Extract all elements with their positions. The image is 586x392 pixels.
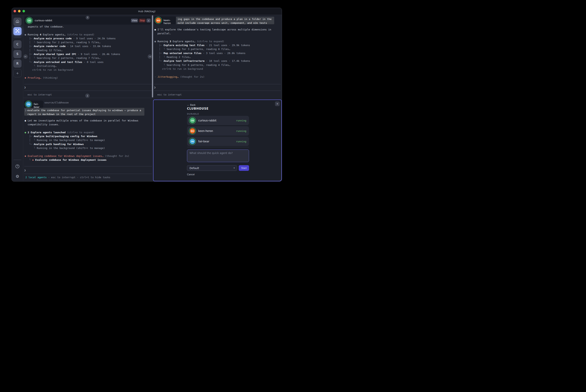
sidebar-divider xyxy=(14,160,21,160)
terminal-segment: · 10 tool uses · 17.4k tokens xyxy=(204,60,250,62)
terminal-line xyxy=(25,150,150,154)
prompt-caret: ❯ xyxy=(24,169,26,172)
quick-agent-input[interactable] xyxy=(187,150,249,162)
user-prompt: ing gaps in the codebase and produce a p… xyxy=(176,17,274,24)
agent-status-badge: running xyxy=(236,140,246,143)
divider xyxy=(187,147,249,147)
terminal-segment: ▪ xyxy=(32,158,35,161)
terminal-segment: ├─ xyxy=(25,37,34,40)
user-prompt-line: evaluate the codebase for potential issu… xyxy=(27,108,141,112)
prompt-line[interactable]: ❯ xyxy=(154,86,156,89)
terminal-segment: · 9 tool uses · 24.5k tokens xyxy=(72,37,116,40)
start-button[interactable]: Start xyxy=(239,165,249,171)
terminal-segment: Analyze test infrastructure xyxy=(164,60,204,62)
terminal-segment: ctrl+b to run in background xyxy=(155,68,203,70)
terminal-output: ● I'll explore the codebase's testing la… xyxy=(155,28,280,79)
settings-button[interactable]: ⚙ xyxy=(13,174,22,179)
sidebar-item-s[interactable]: S xyxy=(13,50,22,58)
scroll-down-button[interactable]: ↓ xyxy=(85,94,90,98)
pane-divider-vertical xyxy=(153,15,154,98)
terminal-line: ● Running 4 Explore agents… (ctrl+o to e… xyxy=(25,33,150,36)
sidebar-add-button[interactable]: + xyxy=(13,69,22,77)
terminal-line: └ Running in the background (shift+↑ to … xyxy=(25,146,150,150)
avatar-initials: KH xyxy=(157,19,160,22)
clubhouse-agent-row[interactable]: CR curious-rabbit running xyxy=(187,116,249,125)
terminal-segment: │ └ xyxy=(25,139,37,142)
terminal-segment: Analyze path handling for Windows xyxy=(34,143,84,146)
terminal-segment: · 0 tool uses xyxy=(82,60,104,64)
terminal-line: └─ Analyze untracked and test files · 0 … xyxy=(25,60,150,64)
scroll-up-button[interactable]: ↑ xyxy=(86,16,90,20)
scroll-left-button[interactable]: ← xyxy=(24,54,28,59)
terminal-segment: Initializing… xyxy=(37,64,57,68)
view-button-label: View xyxy=(132,19,137,22)
terminal-segment: · xyxy=(155,75,158,78)
terminal-line: └ ▪ Evaluate codebase for Windows deploy… xyxy=(25,158,150,162)
terminal-segment: ├─ xyxy=(25,45,34,48)
help-button[interactable] xyxy=(13,164,22,170)
sidebar-item-home[interactable] xyxy=(13,18,22,26)
terminal-segment: · 3 tool uses · 20.8k tokens xyxy=(202,52,246,54)
agent-avatar: FB xyxy=(26,102,31,107)
user-prompt: ❯ evaluate the codebase for potential is… xyxy=(24,108,144,116)
close-button[interactable]: ✕ xyxy=(275,102,280,106)
clubhouse-agent-row[interactable]: FB fair-bear running xyxy=(187,137,249,146)
back-label: ← Back xyxy=(187,104,196,106)
terminal-segment: I'll explore the codebase's testing land… xyxy=(158,28,271,31)
terminal-output: aspects of the codebase. ● Running 4 Exp… xyxy=(25,25,150,80)
model-select[interactable]: Default ∨ xyxy=(187,165,237,171)
sidebar-item-c[interactable]: C xyxy=(13,40,22,48)
back-button[interactable]: ← Back xyxy=(187,104,196,106)
agent-status-badge: running xyxy=(236,119,246,122)
terminal-segment: Running xyxy=(28,33,40,36)
scrollbar-thumb[interactable] xyxy=(152,15,153,98)
terminal-segment: Searching for 3 patterns, reading 8 file… xyxy=(167,48,230,50)
terminal-segment: Explore existing test files xyxy=(164,44,204,47)
terminal-segment: └ xyxy=(25,158,32,161)
agent-avatar: KH xyxy=(156,18,161,23)
avatar-initials: FB xyxy=(27,103,30,105)
stop-button[interactable]: Stop xyxy=(139,18,146,22)
terminal-line xyxy=(25,127,150,130)
terminal-line: │ └ Searching for 2 patterns, reading 7 … xyxy=(25,56,150,60)
avatar-initials: CR xyxy=(28,20,31,22)
terminal-segment: · 14 tool uses · 33.6k tokens xyxy=(66,45,111,48)
agent-name: fair-bear xyxy=(198,140,209,143)
titlebar: Hub (RAGtag) xyxy=(12,8,282,15)
terminal-line: │ └ Reading 2 files… xyxy=(155,55,280,59)
user-prompt-line: ing gaps in the codebase and produce a p… xyxy=(178,17,274,21)
terminal-segment: Searching for 2 patterns, reading 5 file… xyxy=(37,41,101,44)
user-prompt-line: report in markdown in the root of the pr… xyxy=(27,112,141,116)
terminal-segment: Reading 12 files… xyxy=(37,49,63,52)
terminal-line: ● I'll explore the codebase's testing la… xyxy=(155,28,280,32)
close-pane-button[interactable]: x xyxy=(147,18,151,22)
terminal-line: ● Running 3 Explore agents… (ctrl+o to e… xyxy=(155,40,280,44)
arrow-up-icon: ↑ xyxy=(87,16,89,19)
agent-avatar: CR xyxy=(27,18,32,23)
terminal-line: ● 2 Explore agents launched (ctrl+o to e… xyxy=(25,130,150,134)
terminal-segment: (ctrl+o to expand) xyxy=(66,131,94,134)
terminal-segment: Reading 2 files… xyxy=(167,56,191,58)
terminal-segment: (ctrl+o to expand) xyxy=(67,33,94,36)
terminal-segment: ● xyxy=(25,119,28,122)
sidebar-item-r[interactable]: R xyxy=(13,60,22,68)
esc-hint: esc to interrupt xyxy=(157,93,182,96)
terminal-line: parallel. xyxy=(155,32,280,36)
sidebar-item-agents-hub[interactable] xyxy=(13,27,22,35)
avatar-initials: FB xyxy=(191,140,194,142)
terminal-line: ✱ Proofing… (thinking) xyxy=(25,76,150,80)
prompt-line[interactable]: ❯ xyxy=(24,168,26,172)
prompt-line[interactable]: ❯ xyxy=(24,86,26,89)
scroll-right-button[interactable]: → xyxy=(148,54,152,59)
terminal-line: · Jitterbugging… (thought for 2s) xyxy=(155,75,280,79)
clubhouse-agent-row[interactable]: KH keen-heron running xyxy=(187,126,249,136)
esc-hint: esc to interrupt xyxy=(28,93,52,96)
terminal-segment: Analyze shared types and IPC xyxy=(34,53,76,56)
terminal-line: ✱ Evaluating codebase for Windows deploy… xyxy=(25,154,150,158)
agent-avatar: FB xyxy=(190,139,195,144)
gear-icon: ⚙ xyxy=(16,174,19,178)
status-segment: 2 local agents xyxy=(25,176,47,179)
cancel-button[interactable]: Cancel xyxy=(187,173,195,176)
terminal-line: │ └ Running in the background (shift+↑ t… xyxy=(25,138,150,142)
view-button[interactable]: View xyxy=(131,18,138,22)
